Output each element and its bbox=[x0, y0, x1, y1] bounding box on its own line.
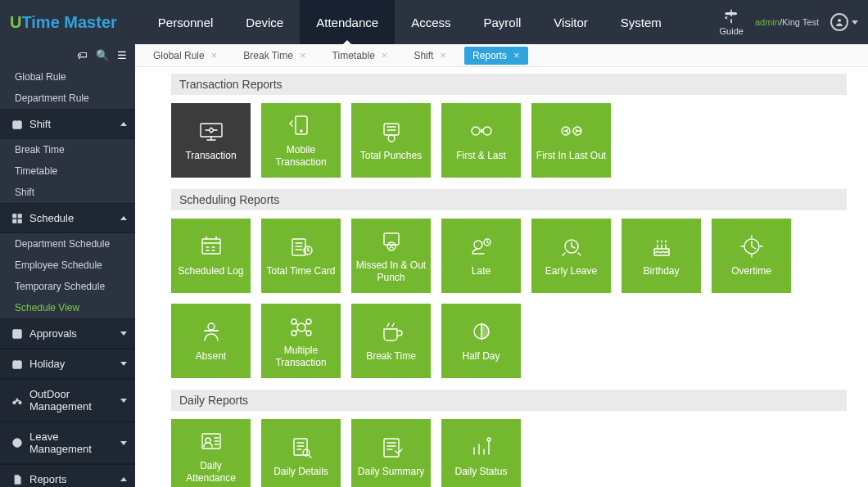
svg-rect-14 bbox=[384, 124, 399, 135]
tile-daily-summary[interactable]: Daily Summary bbox=[351, 419, 431, 487]
svg-rect-21 bbox=[292, 239, 305, 255]
avatar-icon bbox=[830, 13, 848, 31]
user-text: admin/King Test bbox=[755, 17, 819, 27]
svg-rect-4 bbox=[13, 219, 16, 223]
chevron-down-icon bbox=[852, 20, 858, 25]
nav-access[interactable]: Access bbox=[395, 0, 467, 44]
tile-daily-details[interactable]: Daily Details bbox=[261, 419, 341, 487]
svg-point-17 bbox=[483, 127, 491, 135]
tab-reports[interactable]: Reports× bbox=[464, 47, 528, 65]
tile-scheduled-log[interactable]: Scheduled Log bbox=[171, 219, 251, 293]
tile-half-day[interactable]: Half Day bbox=[441, 304, 521, 378]
svg-rect-1 bbox=[13, 120, 22, 128]
user-menu[interactable] bbox=[830, 13, 858, 31]
tile-mobile-transaction[interactable]: Mobile Transaction bbox=[261, 103, 341, 178]
chevron-up-icon bbox=[120, 216, 127, 220]
svg-point-9 bbox=[19, 401, 22, 404]
sidebar-tools: 🏷 🔍 ☰ bbox=[0, 44, 135, 66]
logo-part1: U bbox=[10, 13, 21, 31]
app-header: UTime Master PersonnelDeviceAttendanceAc… bbox=[0, 0, 868, 44]
tile-overtime[interactable]: Overtime bbox=[712, 219, 791, 293]
tab-timetable[interactable]: Timetable× bbox=[324, 47, 396, 65]
sidebar-group-leave-management[interactable]: Leave Management bbox=[0, 422, 135, 464]
section-header: Scheduling Reports bbox=[171, 189, 847, 210]
tag-icon[interactable]: 🏷 bbox=[77, 49, 88, 61]
svg-rect-7 bbox=[13, 360, 22, 368]
svg-rect-40 bbox=[384, 439, 399, 457]
svg-point-13 bbox=[301, 130, 302, 132]
nav-personnel[interactable]: Personnel bbox=[142, 0, 230, 44]
signpost-icon bbox=[723, 8, 739, 25]
svg-rect-11 bbox=[201, 124, 222, 137]
svg-point-37 bbox=[206, 438, 210, 443]
tile-total-punches[interactable]: Total Punches bbox=[351, 103, 431, 178]
tile-birthday[interactable]: Birthday bbox=[622, 219, 701, 293]
svg-point-29 bbox=[208, 323, 215, 330]
nav-attendance[interactable]: Attendance bbox=[300, 0, 395, 44]
tab-global-rule[interactable]: Global Rule× bbox=[145, 47, 225, 65]
tile-break-time[interactable]: Break Time bbox=[351, 304, 431, 378]
sidebar: 🏷 🔍 ☰ Global RuleDepartment RuleShiftBre… bbox=[0, 44, 135, 487]
tile-row: Scheduled LogTotal Time CardMissed In & … bbox=[171, 219, 847, 378]
svg-rect-38 bbox=[294, 439, 307, 455]
tile-daily-status[interactable]: Daily Status bbox=[441, 419, 521, 487]
nav-visitor[interactable]: Visitor bbox=[537, 0, 604, 44]
svg-point-0 bbox=[838, 19, 841, 22]
tile-absent[interactable]: Absent bbox=[171, 304, 251, 378]
close-icon[interactable]: × bbox=[382, 50, 388, 61]
sidebar-item-temporary-schedule[interactable]: Temporary Schedule bbox=[0, 276, 135, 297]
svg-point-25 bbox=[474, 241, 482, 249]
svg-point-30 bbox=[297, 323, 305, 331]
app-logo: UTime Master bbox=[10, 13, 117, 32]
svg-rect-20 bbox=[202, 239, 220, 254]
tile-transaction[interactable]: Transaction bbox=[171, 103, 251, 178]
nav-payroll[interactable]: Payroll bbox=[467, 0, 537, 44]
user-admin-link[interactable]: admin bbox=[755, 17, 780, 27]
main-nav: PersonnelDeviceAttendanceAccessPayrollVi… bbox=[142, 0, 678, 44]
section-header: Transaction Reports bbox=[171, 74, 847, 95]
close-icon[interactable]: × bbox=[440, 50, 446, 61]
tile-row: TransactionMobile TransactionTotal Punch… bbox=[171, 103, 847, 178]
sidebar-group-shift[interactable]: Shift bbox=[0, 109, 135, 139]
sidebar-group-outdoor-management[interactable]: OutDoor Management bbox=[0, 379, 135, 422]
list-icon[interactable]: ☰ bbox=[117, 49, 127, 61]
chevron-down-icon bbox=[120, 362, 127, 366]
sidebar-group-reports[interactable]: Reports bbox=[0, 464, 135, 487]
sidebar-item-schedule-view[interactable]: Schedule View bbox=[0, 297, 135, 318]
sidebar-item-shift[interactable]: Shift bbox=[0, 182, 135, 203]
tile-daily-attendance[interactable]: Daily Attendance bbox=[171, 419, 251, 487]
tile-first-in-last-out[interactable]: First In Last Out bbox=[531, 103, 611, 178]
sidebar-item-department-rule[interactable]: Department Rule bbox=[0, 88, 135, 109]
tile-multiple-transaction[interactable]: Multiple Transaction bbox=[261, 304, 341, 378]
sidebar-item-break-time[interactable]: Break Time bbox=[0, 139, 135, 160]
nav-system[interactable]: System bbox=[604, 0, 678, 44]
svg-point-15 bbox=[388, 135, 395, 142]
guide-button[interactable]: Guide bbox=[720, 8, 744, 36]
nav-device[interactable]: Device bbox=[229, 0, 300, 44]
chevron-down-icon bbox=[120, 331, 127, 336]
tile-first-last[interactable]: First & Last bbox=[441, 103, 521, 178]
search-icon[interactable]: 🔍 bbox=[96, 49, 109, 61]
close-icon[interactable]: × bbox=[211, 50, 218, 61]
logo-part3: Master bbox=[60, 13, 117, 31]
close-icon[interactable]: × bbox=[513, 50, 520, 61]
tile-row: Daily AttendanceDaily DetailsDaily Summa… bbox=[171, 419, 847, 487]
tile-missed-in-out-punch[interactable]: Missed In & Out Punch bbox=[351, 219, 431, 293]
logo-part2: Time bbox=[21, 13, 59, 31]
section-header: Daily Reports bbox=[171, 390, 847, 411]
sidebar-group-schedule[interactable]: Schedule bbox=[0, 203, 135, 233]
header-right: Guide admin/King Test bbox=[720, 8, 858, 36]
svg-rect-23 bbox=[384, 233, 399, 245]
sidebar-item-global-rule[interactable]: Global Rule bbox=[0, 66, 135, 88]
sidebar-group-holiday[interactable]: Holiday bbox=[0, 349, 135, 379]
sidebar-group-approvals[interactable]: Approvals bbox=[0, 318, 135, 349]
tile-total-time-card[interactable]: Total Time Card bbox=[261, 219, 341, 293]
tile-early-leave[interactable]: Early Leave bbox=[531, 219, 611, 293]
tile-late[interactable]: Late bbox=[441, 219, 521, 293]
sidebar-item-department-schedule[interactable]: Department Schedule bbox=[0, 233, 135, 255]
tab-shift[interactable]: Shift× bbox=[405, 47, 454, 65]
tab-break-time[interactable]: Break Time× bbox=[235, 47, 314, 65]
close-icon[interactable]: × bbox=[300, 50, 306, 61]
sidebar-item-timetable[interactable]: Timetable bbox=[0, 160, 135, 182]
sidebar-item-employee-schedule[interactable]: Employee Schedule bbox=[0, 255, 135, 276]
